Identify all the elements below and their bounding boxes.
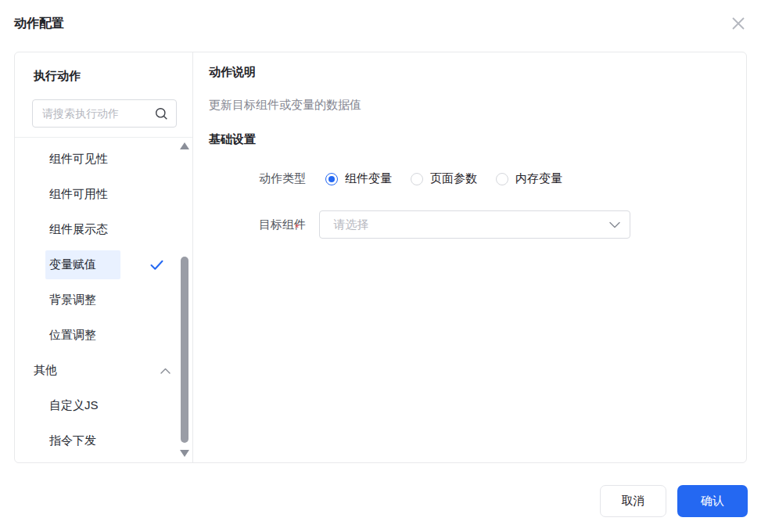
target-component-label: 目标组件*	[259, 217, 300, 232]
radio-unselected-icon	[411, 173, 423, 185]
action-description-text: 更新目标组件或变量的数据值	[209, 98, 727, 113]
scroll-down-arrow-icon[interactable]	[180, 450, 189, 457]
list-item-component-usability[interactable]: 组件可用性	[15, 177, 192, 212]
target-component-row: 目标组件* 请选择	[259, 210, 727, 239]
action-list-panel: 执行动作 组件可见性 组件可用性 组件展示态 变量赋值	[15, 52, 193, 462]
action-detail-panel: 动作说明 更新目标组件或变量的数据值 基础设置 动作类型 组件变量 页面参数 内…	[193, 52, 746, 462]
list-item-label: 组件可用性	[49, 187, 108, 202]
radio-page-parameter[interactable]: 页面参数	[411, 171, 477, 186]
chevron-down-icon	[609, 221, 620, 228]
list-item-variable-assignment[interactable]: 变量赋值	[15, 247, 192, 282]
list-item-label: 位置调整	[49, 328, 96, 343]
list-scrollbar[interactable]	[180, 142, 189, 457]
select-placeholder: 请选择	[333, 217, 609, 232]
list-item-custom-js[interactable]: 自定义JS	[15, 388, 192, 423]
radio-unselected-icon	[496, 173, 508, 185]
action-search-box[interactable]	[32, 99, 177, 128]
list-item-background-adjust[interactable]: 背景调整	[15, 282, 192, 318]
required-asterisk: *	[295, 221, 299, 234]
list-item-label: 自定义JS	[49, 398, 99, 413]
radio-component-variable[interactable]: 组件变量	[325, 171, 392, 186]
list-item-position-adjust[interactable]: 位置调整	[15, 318, 192, 353]
action-type-label: 动作类型	[259, 171, 306, 186]
action-type-row: 动作类型 组件变量 页面参数 内存变量	[259, 171, 727, 186]
radio-selected-icon	[325, 173, 338, 185]
list-item-command-dispatch[interactable]: 指令下发	[15, 423, 192, 458]
radio-label: 页面参数	[430, 171, 477, 186]
action-list: 组件可见性 组件可用性 组件展示态 变量赋值 背景调整 位置调整	[15, 138, 192, 462]
scrollbar-thumb[interactable]	[181, 257, 188, 443]
list-item-label: 组件可见性	[49, 152, 108, 167]
action-description-title: 动作说明	[209, 65, 727, 80]
execute-action-title: 执行动作	[34, 69, 192, 84]
check-icon	[150, 260, 163, 271]
basic-settings-title: 基础设置	[209, 132, 727, 147]
cancel-button[interactable]: 取消	[600, 485, 666, 517]
confirm-button[interactable]: 确认	[677, 485, 748, 517]
list-item-component-visibility[interactable]: 组件可见性	[15, 142, 192, 177]
target-component-select[interactable]: 请选择	[319, 210, 630, 239]
close-button[interactable]	[728, 13, 748, 34]
list-group-other[interactable]: 其他	[15, 353, 192, 388]
search-icon	[155, 107, 168, 120]
target-component-label-text: 目标组件	[259, 217, 306, 231]
radio-label: 组件变量	[345, 171, 392, 186]
list-item-label: 指令下发	[49, 433, 96, 448]
close-icon	[730, 15, 747, 32]
radio-label: 内存变量	[515, 171, 562, 186]
list-item-component-display-state[interactable]: 组件展示态	[15, 212, 192, 247]
radio-memory-variable[interactable]: 内存变量	[496, 171, 562, 186]
dialog-title: 动作配置	[14, 16, 64, 32]
list-item-label: 组件展示态	[49, 222, 108, 237]
action-config-panel: 执行动作 组件可见性 组件可用性 组件展示态 变量赋值	[14, 52, 747, 463]
chevron-up-icon	[160, 368, 171, 374]
list-item-label: 变量赋值	[45, 250, 120, 279]
list-item-label: 背景调整	[49, 293, 96, 307]
scroll-up-arrow-icon[interactable]	[180, 142, 189, 149]
action-search-input[interactable]	[42, 107, 155, 120]
list-group-label: 其他	[34, 363, 57, 378]
